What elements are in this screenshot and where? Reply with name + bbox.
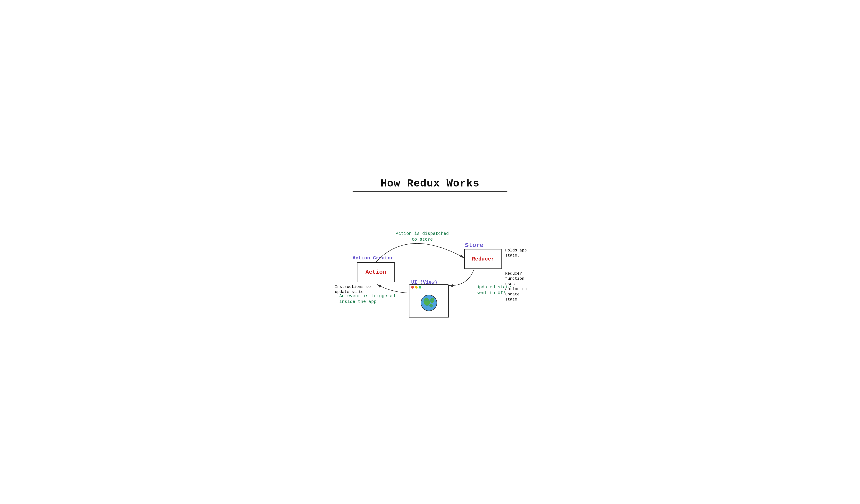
page-title: How Redux Works <box>353 178 507 192</box>
updated-state-text: Updated state sent to UI! <box>476 285 511 295</box>
dot-yellow <box>415 286 418 288</box>
action-creator-label: Action Creator <box>353 255 393 262</box>
globe-icon <box>420 294 438 312</box>
dispatched-label: Action is dispatched to store <box>396 231 449 242</box>
dot-red <box>411 286 414 288</box>
diagram-container: Action Creator Action Action is dispatch… <box>330 198 530 326</box>
page-wrapper: How Redux Works Action Creator Action Ac… <box>321 169 539 335</box>
browser-content <box>410 290 448 316</box>
event-triggered-label: An event is triggered inside the app <box>339 293 395 305</box>
updated-state-label: Updated state sent to UI! <box>476 284 511 296</box>
instructions-text: Instructions to update state <box>335 285 371 294</box>
event-triggered-text: An event is triggered inside the app <box>339 293 395 304</box>
dispatched-text: Action is dispatched to store <box>396 231 449 242</box>
store-box: Reducer <box>464 249 502 269</box>
action-text: Action <box>366 269 386 276</box>
dot-green <box>419 286 421 288</box>
browser-titlebar <box>410 285 448 290</box>
browser-box <box>409 284 449 317</box>
action-box: Action <box>357 262 395 282</box>
holds-app-state-label: Holds app state. <box>505 248 530 258</box>
reducer-text: Reducer <box>472 256 494 262</box>
store-label: Store <box>465 241 484 250</box>
